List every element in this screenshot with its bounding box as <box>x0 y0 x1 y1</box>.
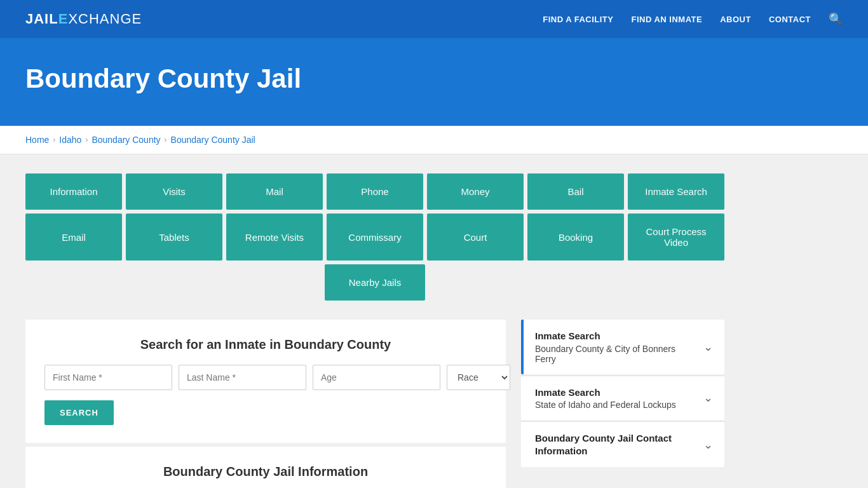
btn-commissary[interactable]: Commissary <box>327 214 423 261</box>
breadcrumb-idaho[interactable]: Idaho <box>59 135 81 145</box>
logo-jail: JAIL <box>25 11 58 27</box>
btn-court-process-video[interactable]: Court Process Video <box>628 214 724 261</box>
sidebar-card-title-contact: Boundary County Jail Contact Information <box>535 432 697 457</box>
last-name-input[interactable] <box>179 365 306 390</box>
btn-remote-visits[interactable]: Remote Visits <box>226 214 323 261</box>
sidebar-card-inmate-search-county: Inmate Search Boundary County & City of … <box>521 320 724 374</box>
btn-bail[interactable]: Bail <box>527 173 624 210</box>
btn-phone[interactable]: Phone <box>327 173 423 210</box>
btn-booking[interactable]: Booking <box>527 214 624 261</box>
btn-nearby-jails[interactable]: Nearby Jails <box>325 264 424 301</box>
breadcrumb-sep-1: › <box>53 135 55 144</box>
logo-rest: XCHANGE <box>68 11 142 27</box>
hero-section: Boundary County Jail <box>0 38 868 126</box>
search-icon[interactable]: 🔍 <box>829 12 843 26</box>
btn-tablets[interactable]: Tablets <box>126 214 222 261</box>
race-select[interactable]: Race White Black Hispanic Asian Other <box>447 365 510 390</box>
sidebar-card-header-state[interactable]: Inmate Search State of Idaho and Federal… <box>521 376 724 421</box>
sidebar-card-text-contact: Boundary County Jail Contact Information <box>535 432 697 457</box>
left-column: Search for an Inmate in Boundary County … <box>25 320 506 488</box>
search-title: Search for an Inmate in Boundary County <box>44 337 487 352</box>
sidebar-card-inmate-search-state: Inmate Search State of Idaho and Federal… <box>521 376 724 421</box>
breadcrumb-sep-3: › <box>165 135 167 144</box>
breadcrumb-bar: Home › Idaho › Boundary County › Boundar… <box>0 126 868 154</box>
search-fields: Race White Black Hispanic Asian Other <box>44 365 487 390</box>
header: JAILEXCHANGE FIND A FACILITY FIND AN INM… <box>0 0 868 38</box>
chevron-down-icon-state: ⌄ <box>703 391 713 405</box>
btn-money[interactable]: Money <box>427 173 524 210</box>
button-row-3: Nearby Jails <box>25 264 724 301</box>
btn-email[interactable]: Email <box>25 214 122 261</box>
search-panel: Search for an Inmate in Boundary County … <box>25 320 506 443</box>
sidebar-card-title-state: Inmate Search <box>535 386 676 399</box>
breadcrumb-home[interactable]: Home <box>25 135 49 145</box>
info-section: Boundary County Jail Information <box>25 447 506 488</box>
logo[interactable]: JAILEXCHANGE <box>25 11 142 27</box>
nav-contact[interactable]: CONTACT <box>769 15 811 24</box>
sidebar-card-contact: Boundary County Jail Contact Information… <box>521 422 724 467</box>
sidebar-card-title-county: Inmate Search <box>535 330 697 342</box>
btn-inmate-search[interactable]: Inmate Search <box>628 173 724 210</box>
sidebar-card-text-county: Inmate Search Boundary County & City of … <box>535 330 697 364</box>
sidebar-card-header-county[interactable]: Inmate Search Boundary County & City of … <box>521 320 724 374</box>
nav-find-facility[interactable]: FIND A FACILITY <box>543 15 613 24</box>
sidebar-card-subtitle-county: Boundary County & City of Bonners Ferry <box>535 344 697 364</box>
btn-court[interactable]: Court <box>427 214 524 261</box>
breadcrumb-sep-2: › <box>85 135 88 144</box>
first-name-input[interactable] <box>44 365 172 390</box>
page-title: Boundary County Jail <box>25 64 843 94</box>
logo-x: E <box>58 11 69 27</box>
search-button[interactable]: SEARCH <box>44 400 114 425</box>
breadcrumb: Home › Idaho › Boundary County › Boundar… <box>25 135 843 145</box>
chevron-down-icon-contact: ⌄ <box>703 438 713 452</box>
sidebar-card-subtitle-state: State of Idaho and Federal Lockups <box>535 400 676 410</box>
main-content: Information Visits Mail Phone Money Bail… <box>0 154 868 488</box>
info-title: Boundary County Jail Information <box>44 464 487 479</box>
breadcrumb-boundary-county[interactable]: Boundary County <box>92 135 160 145</box>
nav-about[interactable]: ABOUT <box>720 15 751 24</box>
age-input[interactable] <box>313 365 440 390</box>
btn-mail[interactable]: Mail <box>226 173 323 210</box>
button-row-2: Email Tablets Remote Visits Commissary C… <box>25 214 724 261</box>
btn-visits[interactable]: Visits <box>126 173 222 210</box>
chevron-down-icon-county: ⌄ <box>703 340 713 354</box>
button-row-1: Information Visits Mail Phone Money Bail… <box>25 173 724 210</box>
content-lower: Search for an Inmate in Boundary County … <box>25 320 724 488</box>
sidebar-card-text-state: Inmate Search State of Idaho and Federal… <box>535 386 676 410</box>
btn-information[interactable]: Information <box>25 173 122 210</box>
nav-find-inmate[interactable]: FIND AN INMATE <box>631 15 702 24</box>
sidebar-card-header-contact[interactable]: Boundary County Jail Contact Information… <box>521 422 724 467</box>
nav: FIND A FACILITY FIND AN INMATE ABOUT CON… <box>543 12 843 26</box>
sidebar: Inmate Search Boundary County & City of … <box>521 320 724 488</box>
breadcrumb-jail[interactable]: Boundary County Jail <box>171 135 255 145</box>
